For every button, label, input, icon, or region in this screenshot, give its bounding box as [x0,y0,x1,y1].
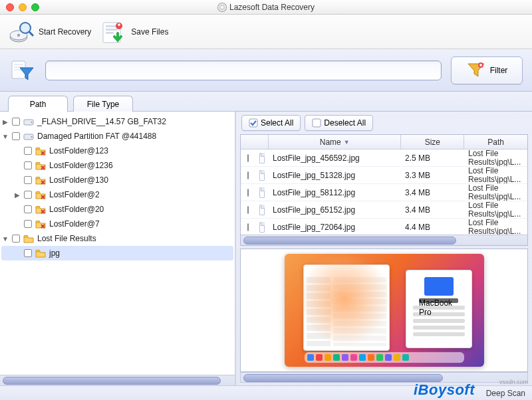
tree-item-checkbox[interactable] [24,147,32,155]
results-table: Name▼ Size Path LostFile_jpg_456592.jpg2… [240,134,528,246]
tab-file-type[interactable]: File Type [73,96,133,112]
tab-file-type-label: File Type [87,100,119,109]
filter-search-input[interactable] [45,60,442,80]
svg-rect-24 [36,148,40,150]
svg-rect-44 [249,119,257,127]
tree-node[interactable]: LostFolder@123 [1,144,233,158]
tree-item-checkbox[interactable] [12,118,20,126]
file-icon [255,153,269,163]
tree-node[interactable]: ▼Lost File Results [1,231,233,246]
column-path[interactable]: Path [464,135,527,149]
tree-item-label: Damaged Partition FAT @441488 [37,132,156,141]
tree-node[interactable]: LostFolder@20 [1,202,233,217]
tree-node[interactable]: ▶LostFolder@2 [1,187,233,202]
svg-rect-19 [480,64,481,66]
column-size[interactable]: Size [401,135,464,149]
zoom-window-button[interactable] [31,3,39,11]
svg-point-21 [31,122,33,123]
tree-item-checkbox[interactable] [12,132,20,140]
preview-window-about-mac: MacBook Pro [406,270,472,348]
magnifier-drive-icon [8,19,35,45]
row-checkbox[interactable] [247,189,249,197]
drive-icon [23,116,35,127]
tree-node[interactable]: jpg [1,246,233,260]
tree-node[interactable]: LostFolder@130 [1,173,233,187]
tab-path[interactable]: Path [8,96,68,112]
funnel-paper-icon [9,57,36,84]
disclosure-triangle-icon[interactable]: ▼ [1,133,9,140]
table-header: Name▼ Size Path [241,135,527,150]
window-title: Lazesoft Data Recovery [0,2,532,12]
tree-item-label: LostFolder@2 [49,190,100,199]
row-checkbox[interactable] [247,154,249,162]
disclosure-triangle-icon[interactable]: ▼ [1,235,9,243]
app-icon [217,3,227,12]
tree-node[interactable]: LostFolder@7 [1,217,233,231]
deselect-all-button[interactable]: Deselect All [305,115,373,131]
filter-bar: Filter [0,49,532,92]
table-row[interactable]: LostFile_jpg_51328.jpg3.3 MBLost FileRes… [241,167,527,184]
tree-item-label: LostFolder@123 [49,146,108,155]
minimize-window-button[interactable] [19,3,27,11]
svg-rect-36 [36,207,40,209]
select-all-button[interactable]: Select All [241,115,301,131]
broken-folder-icon [35,160,47,171]
row-checkbox[interactable] [247,223,249,231]
svg-rect-33 [36,192,40,194]
table-row[interactable]: LostFile_jpg_65152.jpg3.4 MBLost FileRes… [241,201,527,219]
tree-item-checkbox[interactable] [24,249,32,257]
main-split: ▶_FLASH_DRIVE__14.57 GB_FAT32▼Damaged Pa… [0,112,532,385]
save-files-icon [100,19,127,45]
broken-folder-icon [35,189,47,200]
svg-rect-42 [24,236,28,238]
filter-button[interactable]: Filter [451,56,523,84]
tree-item-checkbox[interactable] [12,235,20,243]
disclosure-triangle-icon[interactable]: ▶ [13,191,21,199]
table-horizontal-scrollbar[interactable] [241,235,527,245]
tree-item-label: _FLASH_DRIVE__14.57 GB_FAT32 [37,117,166,126]
row-checkbox[interactable] [247,206,249,214]
drive-icon [23,131,35,142]
tree-item-checkbox[interactable] [24,220,32,228]
file-icon [255,187,269,198]
svg-rect-11 [119,23,120,26]
file-icon [255,205,269,215]
tree-node[interactable]: ▶_FLASH_DRIVE__14.57 GB_FAT32 [1,114,233,129]
tree-item-checkbox[interactable] [24,191,32,199]
cell-size: 3.4 MB [401,188,464,197]
main-toolbar: Start Recovery Save Files [0,15,532,49]
cell-path: Lost FileResults\jpg\L... [464,201,527,218]
cell-path: Lost FileResults\jpg\L... [464,167,527,183]
preview-horizontal-scrollbar[interactable] [240,372,528,383]
save-files-button[interactable]: Save Files [100,19,168,45]
folder-icon [35,248,47,258]
tree-item-checkbox[interactable] [24,176,32,184]
deselect-all-icon [312,118,321,128]
select-all-label: Select All [261,118,293,128]
tree-panel: ▶_FLASH_DRIVE__14.57 GB_FAT32▼Damaged Pa… [0,112,236,385]
tree-node[interactable]: ▼Damaged Partition FAT @441488 [1,129,233,144]
tree-item-label: LostFolder@130 [49,175,108,185]
svg-rect-45 [313,119,321,127]
table-row[interactable]: LostFile_jpg_456592.jpg2.5 MBLost FileRe… [241,150,527,167]
filter-button-label: Filter [490,66,508,75]
start-recovery-button[interactable]: Start Recovery [8,19,91,45]
column-name[interactable]: Name▼ [269,135,402,149]
tree-item-checkbox[interactable] [24,161,32,169]
table-row[interactable]: LostFile_jpg_58112.jpg3.4 MBLost FileRes… [241,184,527,201]
broken-folder-icon [35,146,47,156]
cell-name: LostFile_jpg_58112.jpg [269,188,401,197]
row-checkbox[interactable] [247,171,249,179]
column-checkbox[interactable] [241,135,269,149]
close-window-button[interactable] [6,3,14,11]
disclosure-triangle-icon[interactable]: ▶ [1,118,9,126]
window-controls [0,3,39,11]
tree-horizontal-scrollbar[interactable] [0,375,235,385]
tree-node[interactable]: LostFolder@1236 [1,158,233,173]
cell-name: LostFile_jpg_65152.jpg [269,205,401,215]
tree-item-label: LostFolder@20 [49,205,104,214]
preview-image: MacBook Pro [285,254,484,367]
tree-item-checkbox[interactable] [24,205,32,213]
svg-line-4 [29,31,33,36]
table-row[interactable]: LostFile_jpg_72064.jpg4.4 MBLost FileRes… [241,219,527,235]
